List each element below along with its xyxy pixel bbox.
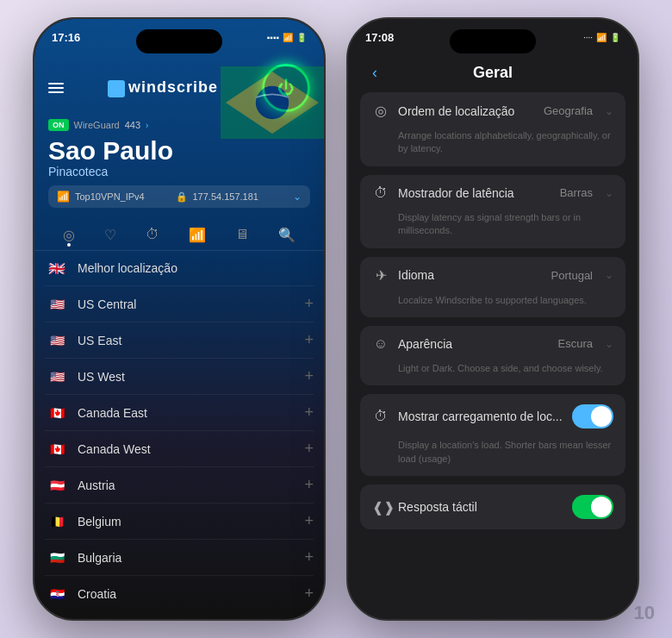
setting-label-latency-display: Mostrador de latência xyxy=(398,186,551,200)
setting-value-language: Portugal xyxy=(551,269,593,282)
location-add-button[interactable]: + xyxy=(304,367,314,385)
location-item[interactable]: 🇦🇹Austria+ xyxy=(45,467,314,504)
location-add-button[interactable]: + xyxy=(304,512,314,530)
setting-icon-appearance: ☺ xyxy=(372,336,389,352)
tab-dot xyxy=(67,243,71,247)
location-name: Bulgaria xyxy=(78,551,304,565)
svg-point-2 xyxy=(256,86,289,119)
network-name: Top10VPN_IPv4 xyxy=(75,191,171,202)
windscribe-logo-icon xyxy=(108,80,125,97)
flag-icon: 🇨🇦 xyxy=(45,404,69,422)
setting-row-location-load[interactable]: ⏱Mostrar carregamento de loc... xyxy=(360,394,625,439)
location-add-button[interactable]: + xyxy=(304,295,314,313)
tab-streaming[interactable]: 📶 xyxy=(189,227,206,243)
setting-desc-location-order: Arrange locations alphabetically, geogra… xyxy=(360,129,625,166)
location-item[interactable]: 🇺🇸US East+ xyxy=(45,322,314,359)
flag-icon: 🇭🇷 xyxy=(45,585,69,603)
setting-desc-language: Localize Windscribe to supported languag… xyxy=(360,294,625,317)
location-add-button[interactable]: + xyxy=(304,331,314,349)
setting-label-appearance: Aparência xyxy=(398,337,550,351)
setting-value-location-order: Geografia xyxy=(544,104,593,117)
flag-icon: 🇨🇦 xyxy=(45,441,69,458)
tab-custom[interactable]: 🖥 xyxy=(235,227,249,243)
setting-icon-haptic: ❰❱ xyxy=(372,499,389,516)
location-item[interactable]: 🇺🇸US West+ xyxy=(45,359,314,395)
setting-label-haptic: Resposta táctil xyxy=(398,500,563,514)
location-add-button[interactable]: + xyxy=(304,476,314,494)
best-location-row[interactable]: 🇬🇧 Melhor localização xyxy=(45,251,314,286)
signal-icon: ▪▪▪▪ xyxy=(267,33,279,42)
setting-label-language: Idioma xyxy=(398,268,543,282)
vpn-port: 443 xyxy=(125,120,140,130)
setting-block-location-load: ⏱Mostrar carregamento de loc...Display a… xyxy=(360,394,625,476)
ip-address: 177.54.157.181 xyxy=(193,191,289,202)
search-icon: 🔍 xyxy=(278,227,296,243)
setting-label-location-load: Mostrar carregamento de loc... xyxy=(398,410,563,423)
location-item[interactable]: 🇧🇬Bulgaria+ xyxy=(45,540,314,576)
menu-button[interactable] xyxy=(48,83,64,93)
flag-icon: 🇧🇬 xyxy=(45,549,69,566)
setting-chevron-language: ⌄ xyxy=(605,269,613,281)
tab-bar: ◎ ♡ ⏱ 📶 🖥 🔍 xyxy=(34,220,324,251)
setting-block-latency-display: ⏱Mostrador de latênciaBarras⌄Display lat… xyxy=(360,175,625,248)
setting-icon-location-load: ⏱ xyxy=(372,409,389,424)
tab-search[interactable]: 🔍 xyxy=(278,227,296,243)
right-phone: 17:08 ···· 📶 🔋 ‹ Geral ◎Ordem de localiz… xyxy=(346,17,639,621)
signal-bars-icon: 📶 xyxy=(189,227,206,243)
location-name: Croatia xyxy=(78,587,304,601)
wifi-small-icon: 📶 xyxy=(57,191,70,203)
setting-desc-latency-display: Display latency as signal strength bars … xyxy=(360,211,625,248)
setting-row-appearance[interactable]: ☺AparênciaEscura⌄ xyxy=(360,326,625,362)
setting-value-latency-display: Barras xyxy=(560,186,593,199)
toggle-haptic[interactable] xyxy=(572,495,613,519)
setting-desc-appearance: Light or Dark. Choose a side, and choose… xyxy=(360,362,625,385)
setting-chevron-appearance: ⌄ xyxy=(605,338,613,350)
location-add-button[interactable]: + xyxy=(304,548,314,566)
target-icon: ◎ xyxy=(63,227,75,243)
toggle-knob-haptic xyxy=(591,497,612,517)
setting-row-language[interactable]: ✈IdiomaPortugal⌄ xyxy=(360,257,625,294)
flag-icon: 🇺🇸 xyxy=(45,368,69,385)
battery-icon: 🔋 xyxy=(296,33,307,42)
location-name: Canada West xyxy=(78,442,304,456)
location-item[interactable]: 🇭🇷Croatia+ xyxy=(45,576,314,611)
right-status-icons: ···· 📶 🔋 xyxy=(583,33,620,42)
toggle-location-load[interactable] xyxy=(572,404,613,428)
brazil-flag-svg xyxy=(221,64,324,141)
uk-flag-icon: 🇬🇧 xyxy=(45,260,69,277)
setting-row-latency-display[interactable]: ⏱Mostrador de latênciaBarras⌄ xyxy=(360,175,625,211)
right-battery-icon: 🔋 xyxy=(610,33,620,42)
location-add-button[interactable]: + xyxy=(304,440,314,458)
location-item[interactable]: 🇨🇦Canada West+ xyxy=(45,431,314,467)
location-add-button[interactable]: + xyxy=(304,403,314,422)
setting-row-location-order[interactable]: ◎Ordem de localizaçãoGeografia⌄ xyxy=(360,92,625,129)
location-name: Austria xyxy=(78,478,304,492)
location-name: Belgium xyxy=(78,515,304,529)
page-title: Geral xyxy=(473,64,513,82)
setting-label-location-order: Ordem de localização xyxy=(398,104,535,118)
setting-row-haptic[interactable]: ❰❱Resposta táctil xyxy=(360,485,625,529)
setting-icon-language: ✈ xyxy=(372,267,389,284)
location-name: US Central xyxy=(78,297,304,311)
clock-icon: ⏱ xyxy=(146,227,159,242)
location-item[interactable]: 🇧🇪Belgium+ xyxy=(45,504,314,540)
back-button[interactable]: ‹ xyxy=(362,60,388,86)
setting-icon-location-order: ◎ xyxy=(372,103,389,119)
tab-target[interactable]: ◎ xyxy=(63,227,75,243)
right-time: 17:08 xyxy=(365,31,394,44)
country-flag-overlay xyxy=(221,64,324,141)
wifi-icon: 📶 xyxy=(283,33,293,42)
location-item[interactable]: 🇺🇸US Central+ xyxy=(45,286,314,322)
location-add-button[interactable]: + xyxy=(304,585,314,603)
tab-favorites[interactable]: ♡ xyxy=(104,227,116,243)
vpn-protocol: WireGuard xyxy=(74,120,120,130)
tab-recent[interactable]: ⏱ xyxy=(146,227,159,243)
dynamic-island xyxy=(136,29,222,53)
left-time: 17:16 xyxy=(52,31,80,44)
best-location-container: 🇬🇧 Melhor localização xyxy=(34,251,324,286)
location-item[interactable]: 🇨🇦Canada East+ xyxy=(45,395,314,431)
vpn-chevron-icon[interactable]: › xyxy=(146,121,148,130)
app-logo: windscribe xyxy=(108,78,218,97)
ip-expand-icon[interactable]: ⌄ xyxy=(293,191,302,203)
setting-block-haptic: ❰❱Resposta táctil xyxy=(360,485,625,529)
